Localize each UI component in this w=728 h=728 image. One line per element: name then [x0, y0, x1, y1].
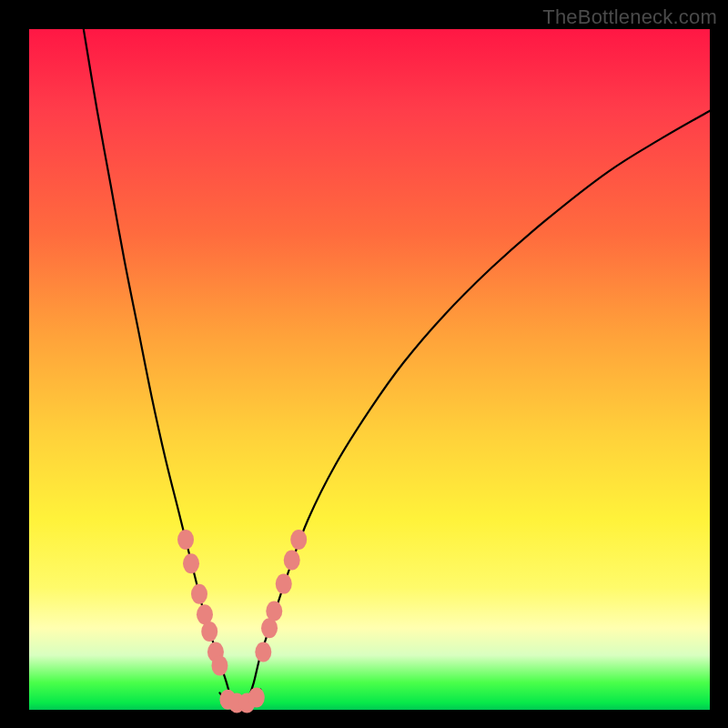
data-marker [290, 530, 307, 550]
curve-right-arm [247, 111, 710, 703]
curve-left-arm [84, 29, 232, 703]
data-marker [266, 602, 282, 622]
data-marker [201, 622, 217, 642]
data-marker [183, 553, 199, 573]
chart-frame: TheBottleneck.com [0, 0, 728, 728]
data-marker [177, 530, 194, 550]
data-marker [276, 574, 292, 594]
data-marker [261, 618, 278, 638]
data-marker [284, 550, 300, 570]
chart-svg-layer [0, 0, 728, 728]
data-marker [255, 642, 271, 662]
data-marker [197, 604, 213, 624]
data-marker [211, 655, 228, 675]
data-marker [191, 584, 207, 604]
data-marker [248, 688, 265, 708]
